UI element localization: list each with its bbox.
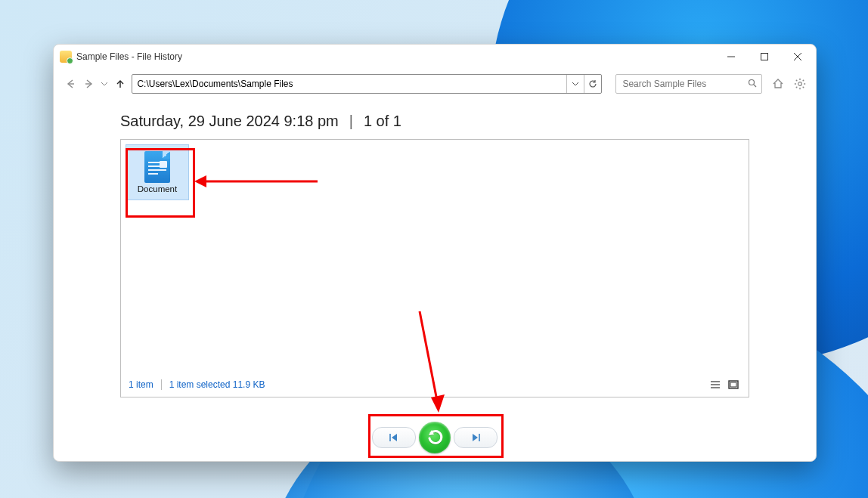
address-dropdown-button[interactable] xyxy=(566,75,584,93)
refresh-button[interactable] xyxy=(584,75,601,93)
settings-button[interactable] xyxy=(794,76,807,91)
version-timestamp: Saturday, 29 June 2024 9:18 pm xyxy=(120,113,339,130)
arrow-left-icon xyxy=(65,79,76,89)
search-icon xyxy=(748,79,757,90)
titlebar: Sample Files - File History xyxy=(54,45,816,69)
chevron-down-icon xyxy=(572,81,578,87)
list-icon xyxy=(710,380,721,389)
window-title: Sample Files - File History xyxy=(76,51,182,62)
skip-back-icon xyxy=(388,433,400,442)
arrow-right-icon xyxy=(84,79,95,89)
svg-line-16 xyxy=(803,80,804,82)
minimize-icon xyxy=(727,53,735,60)
grid-icon xyxy=(728,380,739,389)
status-divider xyxy=(161,379,162,390)
next-version-button[interactable] xyxy=(454,427,498,448)
svg-line-15 xyxy=(803,87,804,88)
search-box xyxy=(615,74,762,94)
svg-line-8 xyxy=(754,85,756,87)
file-list-pane[interactable]: Document 1 item 1 item selected 11.9 KB xyxy=(120,139,749,397)
close-button[interactable] xyxy=(781,45,814,68)
svg-point-7 xyxy=(749,79,755,85)
version-nav-strip xyxy=(54,422,816,453)
close-icon xyxy=(794,53,801,60)
svg-point-9 xyxy=(798,82,802,86)
selection-info: 1 item selected 11.9 KB xyxy=(169,379,265,390)
file-history-app-icon xyxy=(60,51,72,63)
thumbnails-view-button[interactable] xyxy=(726,378,741,391)
details-view-button[interactable] xyxy=(708,378,723,391)
gear-icon xyxy=(794,78,806,90)
forward-button[interactable] xyxy=(82,76,96,92)
separator: | xyxy=(349,113,353,130)
restore-button[interactable] xyxy=(419,422,451,453)
refresh-icon xyxy=(588,79,597,88)
document-file-icon xyxy=(144,151,170,183)
address-input[interactable] xyxy=(132,75,566,93)
chevron-down-icon xyxy=(101,81,107,87)
back-button[interactable] xyxy=(63,76,77,92)
minimize-button[interactable] xyxy=(715,45,748,68)
version-header: Saturday, 29 June 2024 9:18 pm | 1 of 1 xyxy=(120,113,749,130)
svg-rect-1 xyxy=(761,54,768,60)
svg-line-14 xyxy=(796,80,798,82)
maximize-button[interactable] xyxy=(748,45,781,68)
svg-line-17 xyxy=(796,87,798,88)
restore-icon xyxy=(425,428,445,447)
search-input[interactable] xyxy=(621,78,748,90)
version-position: 1 of 1 xyxy=(364,113,401,130)
address-bar xyxy=(132,74,602,94)
content-area: Saturday, 29 June 2024 9:18 pm | 1 of 1 … xyxy=(54,99,816,461)
toolbar xyxy=(54,69,816,99)
file-item-document[interactable]: Document xyxy=(126,144,189,200)
up-button[interactable] xyxy=(113,76,127,92)
home-button[interactable] xyxy=(771,76,784,91)
file-history-window: Sample Files - File History xyxy=(53,44,817,462)
recent-locations-button[interactable] xyxy=(101,76,108,92)
item-count: 1 item xyxy=(129,379,153,390)
skip-forward-icon xyxy=(470,433,482,442)
maximize-icon xyxy=(761,53,768,60)
previous-version-button[interactable] xyxy=(372,427,416,448)
home-icon xyxy=(772,78,784,90)
desktop-background: Sample Files - File History xyxy=(0,0,868,498)
arrow-up-icon xyxy=(115,79,126,89)
svg-rect-22 xyxy=(730,382,736,387)
file-label: Document xyxy=(138,184,177,193)
status-bar: 1 item 1 item selected 11.9 KB xyxy=(129,377,741,392)
